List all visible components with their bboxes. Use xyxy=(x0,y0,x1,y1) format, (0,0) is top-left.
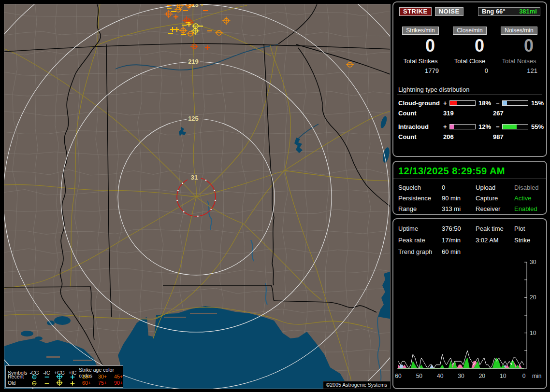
status-panel: 12/13/2025 8:29:59 AM Squelch 0 Upload D… xyxy=(392,161,547,215)
total-noises-value: 121 xyxy=(496,67,542,74)
strikes-counter: Strikes/min 0 Total Strikes 1779 xyxy=(397,27,444,74)
persistence-label: Persistence xyxy=(398,195,442,202)
svg-text:60: 60 xyxy=(395,373,402,379)
peak-rate-value: 17/min xyxy=(442,237,476,244)
strike-button[interactable]: STRIKE xyxy=(399,7,432,16)
age-15-label: 15+ xyxy=(79,374,94,379)
noises-per-min-value: 0 xyxy=(496,36,542,56)
bearing-label: Bng 66° xyxy=(482,8,506,15)
total-strikes-value: 1779 xyxy=(397,67,444,74)
svg-text:10: 10 xyxy=(500,373,507,379)
cg-neg-count: 267 xyxy=(493,110,542,117)
range-value: 313 mi xyxy=(442,205,476,212)
map-legend: Symbols -CG -IC +CG +IC Strike age color… xyxy=(5,365,123,388)
map-svg: 31321912531 xyxy=(4,4,390,389)
cloud-ground-label: Cloud-ground xyxy=(398,99,443,107)
stats-panel: STRIKE NOISE Bng 66° 381mi Strikes/min 0… xyxy=(392,1,547,157)
trend-graph-label: Trend graph xyxy=(398,248,442,255)
ic-neg-recent-icon xyxy=(41,374,53,380)
trend-graph-value: 60 min xyxy=(442,248,476,255)
noise-button[interactable]: NOISE xyxy=(435,7,463,16)
ic-pos-old-icon xyxy=(66,380,79,386)
svg-text:min: min xyxy=(532,373,541,379)
cloud-ground-row: Cloud-ground + 18% − 15% xyxy=(397,99,542,107)
capture-label: Capture xyxy=(476,195,514,202)
app-window: 31321912531 Symbols -CG -IC +CG +IC Stri… xyxy=(0,0,550,392)
svg-text:31: 31 xyxy=(191,174,198,181)
minus-sign: − xyxy=(496,99,502,107)
total-close-value: 0 xyxy=(447,67,493,74)
intracloud-row: Intracloud + 12% − 55% xyxy=(397,123,542,130)
age-75-label: 75+ xyxy=(94,380,111,386)
close-counter: Close/min 0 Total Close 0 xyxy=(447,27,493,74)
total-close-label: Total Close xyxy=(447,57,493,65)
plot-value: Strike xyxy=(514,237,546,244)
persistence-value: 90 min xyxy=(442,195,476,202)
svg-text:50: 50 xyxy=(416,373,423,379)
svg-text:20: 20 xyxy=(479,373,486,379)
ic-pos-bar xyxy=(449,124,476,129)
svg-text:10: 10 xyxy=(530,330,536,336)
cg-pos-pct: 18% xyxy=(476,99,496,107)
age-30-label: 30+ xyxy=(94,374,111,379)
plus-sign: + xyxy=(443,123,449,130)
svg-text:30: 30 xyxy=(458,373,464,379)
strikes-per-min-button[interactable]: Strikes/min xyxy=(402,27,438,35)
ic-neg-count: 987 xyxy=(493,133,542,140)
capture-value: Active xyxy=(514,195,546,202)
legend-old-label: Old xyxy=(8,380,28,386)
cg-pos-old-icon xyxy=(53,379,66,386)
cg-neg-old-icon xyxy=(28,380,41,386)
uptime-value: 376:50 xyxy=(442,225,476,232)
range-label: Range xyxy=(398,205,442,212)
cloud-ground-count-row: Count 319 267 xyxy=(397,110,542,117)
legend-header: Symbols -CG -IC +CG +IC Strike age color… xyxy=(8,367,121,373)
trend-panel: Uptime 376:50 Peak time Plot Peak rate 1… xyxy=(392,218,547,389)
trend-graph: 1020306050403020100min xyxy=(393,260,546,382)
intracloud-count-row: Count 206 987 xyxy=(397,133,542,140)
age-45-label: 45+ xyxy=(111,374,126,379)
count-label: Count xyxy=(398,110,443,117)
squelch-label: Squelch xyxy=(398,184,442,191)
bearing-distance: 381mi xyxy=(519,8,537,15)
peak-time-value: 3:02 AM xyxy=(476,237,514,244)
close-per-min-value: 0 xyxy=(447,36,493,56)
distribution-title: Lightning type distribution xyxy=(397,86,542,95)
ic-neg-bar xyxy=(502,124,528,129)
peak-time-label: Peak time xyxy=(476,225,514,232)
intracloud-label: Intracloud xyxy=(398,123,443,130)
minus-sign: − xyxy=(496,123,502,130)
noises-per-min-button[interactable]: Noises/min xyxy=(501,27,537,35)
ic-neg-old-icon xyxy=(41,380,53,386)
cg-pos-count: 319 xyxy=(443,110,493,117)
age-90-label: 90+ xyxy=(111,380,126,386)
ic-pos-pct: 12% xyxy=(476,123,496,130)
receiver-label: Receiver xyxy=(476,205,514,212)
svg-text:125: 125 xyxy=(188,115,199,122)
cg-neg-recent-icon xyxy=(28,374,41,380)
svg-text:0: 0 xyxy=(522,373,526,379)
close-per-min-button[interactable]: Close/min xyxy=(453,27,486,35)
plot-label: Plot xyxy=(514,225,546,232)
svg-text:30: 30 xyxy=(530,260,536,266)
receiver-value: Enabled xyxy=(514,205,546,212)
cg-pos-bar xyxy=(449,100,476,106)
strikes-per-min-value: 0 xyxy=(397,36,444,56)
ic-pos-count: 206 xyxy=(443,133,493,140)
copyright-label: ©2005 Astrogenic Systems xyxy=(323,381,391,389)
ic-pos-recent-icon xyxy=(66,374,79,380)
legend-row-recent: Recent 15+ 30+ 45+ xyxy=(8,373,121,379)
uptime-label: Uptime xyxy=(398,225,442,232)
ic-neg-pct: 55% xyxy=(528,123,549,130)
svg-text:40: 40 xyxy=(437,373,444,379)
plus-sign: + xyxy=(443,99,449,107)
svg-text:219: 219 xyxy=(188,58,199,65)
legend-row-old: Old 60+ 75+ 90+ xyxy=(8,379,121,386)
svg-text:20: 20 xyxy=(530,294,536,301)
squelch-value: 0 xyxy=(442,184,476,191)
total-noises-label: Total Noises xyxy=(496,57,542,65)
peak-rate-label: Peak rate xyxy=(398,237,442,244)
cg-neg-pct: 15% xyxy=(528,99,549,107)
total-strikes-label: Total Strikes xyxy=(397,57,444,65)
map-canvas[interactable]: 31321912531 Symbols -CG -IC +CG +IC Stri… xyxy=(4,4,391,389)
